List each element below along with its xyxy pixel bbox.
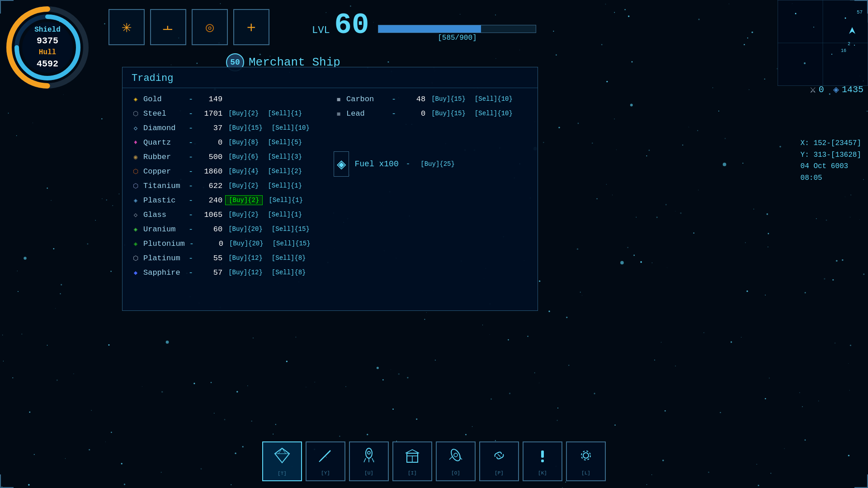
trading-content: ◈ Gold - 149 ⬡ Steel - 1701 [Buy]{2} [Se… bbox=[123, 88, 538, 283]
titanium-sell-btn[interactable]: [Sell]{1} bbox=[264, 181, 305, 190]
glass-qty: 1065 bbox=[198, 211, 222, 219]
trade-item-gold: ◈ Gold - 149 bbox=[127, 92, 330, 106]
trade-item-uranium: ◈ Uranium - 60 [Buy]{20} [Sell]{15} bbox=[127, 222, 330, 236]
carbon-buy-btn[interactable]: [Buy]{15} bbox=[428, 94, 469, 103]
lead-qty: 0 bbox=[401, 109, 425, 118]
toolbar-btn-alert[interactable]: [K] bbox=[523, 441, 562, 481]
uranium-buy-btn[interactable]: [Buy]{20} bbox=[225, 225, 266, 234]
glass-name: Glass bbox=[143, 211, 184, 219]
gold-qty: 149 bbox=[198, 95, 222, 103]
plutonium-buy-btn[interactable]: [Buy]{20} bbox=[226, 239, 267, 248]
gold-name: Gold bbox=[143, 95, 184, 103]
carbon-sell-btn[interactable]: [Sell]{10} bbox=[472, 94, 516, 103]
sapphire-buy-btn[interactable]: [Buy]{12} bbox=[225, 268, 266, 277]
weapon-slot-3[interactable]: ◎ bbox=[192, 9, 228, 45]
plastic-qty: 240 bbox=[198, 196, 222, 205]
svg-text:2: 2 bbox=[848, 42, 850, 47]
trade-item-rubber: ◉ Rubber - 500 [Buy]{6} [Sell]{3} bbox=[127, 150, 330, 164]
plutonium-name: Plutonium bbox=[143, 239, 185, 248]
xp-bar-container bbox=[378, 25, 536, 33]
diamond-sell-btn[interactable]: [Sell]{10} bbox=[269, 123, 313, 132]
trade-item-sapphire: ◆ Sapphire - 57 [Buy]{12} [Sell]{8} bbox=[127, 265, 330, 280]
trade-item-titanium: ⬡ Titanium - 622 [Buy]{2} [Sell]{1} bbox=[127, 178, 330, 193]
trade-item-lead: ◼ Lead - 0 [Buy]{15} [Sell]{10} bbox=[330, 106, 533, 121]
svg-point-10 bbox=[795, 13, 797, 14]
svg-point-13 bbox=[831, 54, 832, 55]
lead-buy-btn[interactable]: [Buy]{15} bbox=[428, 109, 469, 118]
hull-label: Hull bbox=[34, 47, 61, 57]
svg-line-30 bbox=[372, 458, 374, 462]
svg-point-43 bbox=[583, 453, 589, 458]
rubber-buy-btn[interactable]: [Buy]{6} bbox=[225, 152, 262, 161]
toolbar-btn-inventory[interactable]: [T] bbox=[262, 441, 302, 481]
svg-point-37 bbox=[454, 453, 458, 457]
platinum-sell-btn[interactable]: [Sell]{8} bbox=[269, 253, 309, 263]
lead-icon: ◼ bbox=[334, 108, 344, 118]
trading-left-col: ◈ Gold - 149 ⬡ Steel - 1701 [Buy]{2} [Se… bbox=[127, 92, 330, 280]
plutonium-icon: ◈ bbox=[131, 239, 141, 249]
plastic-icon: ◈ bbox=[131, 195, 141, 205]
sapphire-sell-btn[interactable]: [Sell]{8} bbox=[269, 268, 309, 277]
lead-sell-btn[interactable]: [Sell]{10} bbox=[472, 109, 516, 118]
svg-line-29 bbox=[364, 458, 366, 462]
steel-icon: ⬡ bbox=[131, 108, 141, 118]
glass-buy-btn[interactable]: [Buy]{2} bbox=[225, 210, 262, 219]
svg-point-15 bbox=[854, 45, 855, 46]
gear-toolbar-icon bbox=[577, 447, 594, 469]
toolbar-btn-rocket[interactable]: [U] bbox=[349, 441, 389, 481]
coord-x: X: 152-[23457] bbox=[801, 138, 861, 150]
steel-name: Steel bbox=[143, 109, 184, 118]
corner-decoration-tl bbox=[0, 0, 14, 14]
plastic-sell-btn[interactable]: [Sell]{1} bbox=[265, 196, 306, 205]
fuel-row: ◈ Fuel x100 - [Buy]{25} bbox=[330, 148, 533, 180]
rubber-name: Rubber bbox=[143, 153, 184, 161]
toolbar-btn-settings[interactable]: [L] bbox=[566, 441, 606, 481]
lvl-value: 60 bbox=[335, 9, 369, 42]
plastic-buy-btn[interactable]: [Buy]{2} bbox=[225, 195, 263, 205]
toolbar-key-y: [Y] bbox=[321, 470, 330, 476]
toolbar-btn-weapon[interactable]: [Y] bbox=[306, 441, 345, 481]
corner-decoration-bl bbox=[0, 474, 14, 488]
svg-point-14 bbox=[804, 62, 806, 64]
box-toolbar-icon bbox=[404, 447, 421, 469]
diamond-buy-btn[interactable]: [Buy]{15} bbox=[225, 123, 266, 132]
quartz-sell-btn[interactable]: [Sell]{5} bbox=[264, 138, 305, 147]
weapon-slot-1[interactable]: ✳ bbox=[108, 9, 145, 45]
steel-qty: 1701 bbox=[198, 109, 222, 118]
fuel-buy-btn[interactable]: [Buy]{25} bbox=[417, 160, 458, 169]
weapon-count-bar: ⚔ 0 ◈ 1435 bbox=[810, 84, 863, 96]
toolbar-key-o: [O] bbox=[451, 470, 460, 476]
trade-item-steel: ⬡ Steel - 1701 [Buy]{2} [Sell]{1} bbox=[127, 106, 330, 121]
weapon-slot-4[interactable]: ✕ bbox=[233, 9, 269, 45]
steel-buy-btn[interactable]: [Buy]{2} bbox=[225, 109, 262, 118]
steel-sell-btn[interactable]: [Sell]{1} bbox=[264, 109, 305, 118]
svg-point-36 bbox=[449, 448, 462, 462]
copper-buy-btn[interactable]: [Buy]{4} bbox=[225, 167, 262, 176]
drop-count-val: 1435 bbox=[842, 84, 863, 95]
toolbar-btn-launch[interactable]: [O] bbox=[436, 441, 476, 481]
uranium-sell-btn[interactable]: [Sell]{15} bbox=[269, 225, 313, 234]
plutonium-sell-btn[interactable]: [Sell]{15} bbox=[269, 239, 314, 248]
drop-icon: ◈ bbox=[833, 84, 839, 96]
quartz-buy-btn[interactable]: [Buy]{8} bbox=[225, 138, 262, 147]
trade-item-plastic: ◈ Plastic - 240 [Buy]{2} [Sell]{1} bbox=[127, 193, 330, 207]
plutonium-qty: 0 bbox=[198, 239, 223, 248]
plastic-name: Plastic bbox=[143, 196, 184, 205]
copper-sell-btn[interactable]: [Sell]{2} bbox=[264, 167, 305, 176]
platinum-buy-btn[interactable]: [Buy]{12} bbox=[225, 253, 266, 263]
titanium-buy-btn[interactable]: [Buy]{2} bbox=[225, 181, 262, 190]
weapon-slot-2[interactable]: ⫠ bbox=[150, 9, 186, 45]
toolbar-btn-cargo[interactable]: [I] bbox=[392, 441, 432, 481]
trading-panel: Trading ◈ Gold - 149 ⬡ Steel - 1701 [Buy… bbox=[122, 67, 538, 311]
hud-overlay: Shield 9375 Hull 4592 ✳ ⫠ ◎ ✕ LVL 60 bbox=[0, 0, 868, 488]
glass-sell-btn[interactable]: [Sell]{1} bbox=[264, 210, 305, 219]
toolbar-btn-links[interactable]: [P] bbox=[479, 441, 519, 481]
platinum-name: Platinum bbox=[143, 254, 184, 263]
trading-title: Trading bbox=[123, 67, 538, 88]
rubber-sell-btn[interactable]: [Sell]{3} bbox=[264, 152, 305, 161]
svg-rect-42 bbox=[541, 460, 544, 462]
svg-point-32 bbox=[368, 451, 370, 454]
weapon3-icon: ◎ bbox=[206, 19, 214, 36]
fuel-icon: ◈ bbox=[334, 151, 349, 177]
carbon-name: Carbon bbox=[346, 95, 387, 103]
